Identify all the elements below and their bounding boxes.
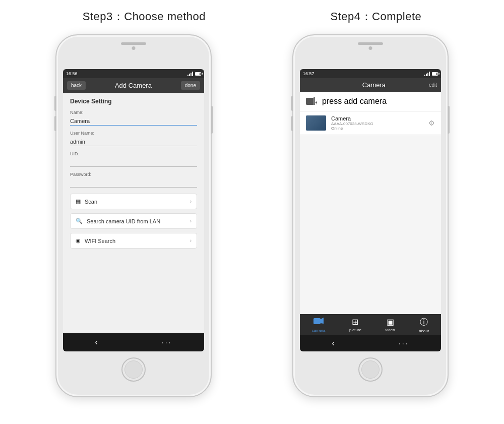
search-lan-button[interactable]: 🔍 Search camera UID from LAN ›	[70, 213, 197, 229]
tab-picture[interactable]: ⊞ picture	[349, 317, 361, 333]
phone1-screen: 16:56 back	[63, 69, 204, 351]
wifi-label: WIFI Search	[85, 238, 115, 244]
scan-label: Scan	[85, 199, 97, 205]
tab-bar: camera ⊞ picture ▣ video ⓘ about	[300, 314, 441, 335]
camera-list-item[interactable]: Camera AAAA-007028-WSDXG Online ⚙	[300, 111, 441, 135]
picture-tab-label: picture	[349, 328, 361, 332]
phone2-speaker	[358, 42, 383, 45]
phone2-status-bar: 16:57	[300, 69, 441, 78]
phone1-home-button[interactable]	[121, 357, 146, 382]
search-lan-label: Search camera UID from LAN	[87, 218, 160, 224]
camera-status: Online	[331, 126, 428, 131]
search-icon: 🔍	[76, 218, 83, 224]
phone1-vol-up	[54, 96, 56, 111]
camera-thumbnail	[306, 115, 326, 131]
wifi-search-button[interactable]: ◉ WIFI Search ›	[70, 233, 197, 249]
camera-tab-label: camera	[312, 328, 326, 333]
username-row: User Name:	[70, 131, 197, 146]
phone2-vol-down	[291, 116, 293, 131]
device-setting-title: Device Setting	[70, 98, 197, 105]
about-tab-icon: ⓘ	[420, 317, 428, 328]
add-camera-row[interactable]: + press add camera	[300, 92, 441, 111]
add-camera-icon: +	[306, 97, 317, 106]
phone1-time: 16:56	[66, 71, 78, 76]
camera-settings-icon[interactable]: ⚙	[428, 119, 435, 127]
phone1-bottom-bar: ‹ ···	[63, 333, 204, 351]
wifi-chevron: ›	[190, 238, 192, 244]
edit-button[interactable]: edit	[429, 82, 437, 88]
video-tab-icon: ▣	[387, 317, 394, 327]
phone1: 16:56 back	[55, 34, 212, 397]
phone2-dots: ···	[399, 339, 409, 347]
tab-about[interactable]: ⓘ about	[419, 317, 429, 333]
phone1-back-arrow[interactable]: ‹	[95, 338, 98, 347]
wifi-icon: ◉	[76, 237, 81, 244]
phone2-status-icons	[424, 72, 438, 76]
name-label: Name:	[70, 110, 197, 115]
step3-title: Step3：Choose method	[83, 9, 206, 24]
phone1-status-icons	[187, 72, 201, 76]
phone2-signal	[424, 72, 430, 76]
video-tab-label: video	[386, 328, 395, 332]
phone1-vol-down	[54, 116, 56, 131]
camera-tab-icon	[313, 317, 324, 327]
scan-button[interactable]: ▦ Scan ›	[70, 194, 197, 209]
done-button[interactable]: done	[181, 81, 200, 90]
search-chevron: ›	[190, 218, 192, 224]
phone2-home-button[interactable]	[358, 357, 383, 382]
phone2-time: 16:57	[303, 71, 314, 76]
add-camera-title: Add Camera	[115, 82, 152, 89]
picture-tab-icon: ⊞	[352, 317, 358, 327]
phone1-navbar: back Add Camera done	[63, 78, 204, 93]
phone1-camera	[132, 46, 136, 50]
phone1-signal	[187, 72, 193, 76]
camera-name: Camera	[331, 115, 428, 122]
phone2-screen: 16:57	[300, 69, 441, 351]
camera-uid: AAAA-007028-WSDXG	[331, 122, 428, 126]
phone2: 16:57	[292, 34, 449, 397]
phone2-back-arrow[interactable]: ‹	[332, 339, 335, 348]
uid-row: UID:	[70, 151, 197, 167]
phone1-speaker	[121, 42, 146, 45]
phone1-content: Device Setting Name: User Name: UID:	[63, 93, 204, 258]
uid-input[interactable]	[70, 158, 197, 167]
camera-info: Camera AAAA-007028-WSDXG Online	[331, 115, 428, 131]
phone2-bottom-bar: ‹ ···	[300, 335, 441, 351]
svg-rect-3	[313, 318, 321, 324]
phone1-dots: ···	[162, 338, 172, 346]
back-button[interactable]: back	[67, 81, 86, 90]
phone2-vol-up	[291, 96, 293, 111]
phone1-battery-icon	[195, 72, 201, 76]
phone2-camera	[369, 46, 372, 50]
username-input[interactable]	[70, 138, 197, 146]
step4-title: Step4：Complete	[331, 9, 422, 24]
scan-chevron: ›	[190, 199, 192, 204]
about-tab-label: about	[419, 329, 429, 333]
uid-label: UID:	[70, 151, 197, 156]
scan-icon: ▦	[76, 198, 81, 205]
password-input[interactable]	[70, 179, 197, 188]
svg-text:+: +	[315, 99, 317, 106]
svg-rect-0	[306, 98, 314, 105]
camera-list-title: Camera	[362, 81, 386, 89]
tab-video[interactable]: ▣ video	[386, 317, 395, 333]
username-label: User Name:	[70, 131, 197, 136]
name-input[interactable]	[70, 117, 197, 126]
tab-camera[interactable]: camera	[312, 317, 326, 333]
password-row: Password:	[70, 172, 197, 188]
phone1-power	[211, 106, 213, 134]
password-label: Password:	[70, 172, 197, 177]
name-row: Name:	[70, 110, 197, 126]
phone1-status-bar: 16:56	[63, 69, 204, 78]
phone2-navbar: Camera edit	[300, 78, 441, 92]
phone2-power	[448, 106, 450, 134]
phone2-battery-icon	[432, 72, 438, 76]
svg-marker-4	[321, 318, 324, 324]
add-camera-text: press add camera	[322, 97, 387, 106]
